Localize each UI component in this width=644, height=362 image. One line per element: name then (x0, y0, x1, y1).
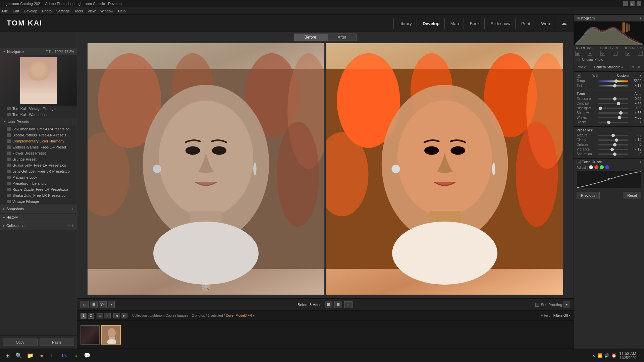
film-thumb-2[interactable] (101, 325, 121, 345)
preset-icelandic[interactable]: Presetpro - Icelandic (0, 180, 77, 186)
menu-settings[interactable]: Settings (56, 9, 70, 13)
menu-window[interactable]: Window (100, 9, 113, 13)
auto-tone-button[interactable]: Auto (634, 92, 641, 96)
saturation-thumb[interactable] (613, 153, 616, 156)
filter-value[interactable]: Filters Off ▾ (553, 314, 570, 317)
grid-view-button[interactable]: ⊞ (97, 313, 103, 318)
dehaze-slider[interactable] (598, 144, 628, 145)
fit-label[interactable]: FIT # (46, 50, 53, 54)
preset-shaka[interactable]: Shaka-Zulu_Free-LR-Presets.co (0, 192, 77, 198)
page-2[interactable]: 2 (88, 313, 94, 319)
menu-photo[interactable]: Photo (42, 9, 52, 13)
dehaze-thumb[interactable] (613, 143, 616, 146)
white-balance-eyedrop[interactable]: ✒ (577, 73, 581, 78)
preset-wanderlust[interactable]: Tom Kai - Wanderlust (0, 112, 77, 118)
chat-icon[interactable]: 💬 (83, 351, 92, 360)
ba-toggle-3[interactable]: ↔ (344, 301, 353, 308)
whites-thumb[interactable] (618, 116, 621, 119)
blacks-thumb[interactable] (607, 121, 610, 124)
navigator-collapse-icon[interactable]: ▼ (3, 50, 6, 53)
soft-proof-checkbox[interactable] (535, 303, 539, 307)
menu-tools[interactable]: Tools (74, 9, 83, 13)
zoom-100[interactable]: 100% (55, 50, 63, 54)
user-presets-header[interactable]: ▼ User Presets + (0, 118, 77, 126)
tone-curve-dropdown-icon[interactable]: ▾ (640, 160, 641, 164)
page-1[interactable]: 1 (80, 313, 87, 319)
tint-slider-thumb[interactable] (613, 84, 616, 87)
network-icon[interactable]: 📶 (597, 353, 602, 358)
preset-flower-dress[interactable]: Flower Dress Preset (0, 150, 77, 156)
profile-list-icon[interactable]: ≡ (637, 65, 641, 69)
menu-develop[interactable]: Develop (24, 9, 37, 13)
window-controls[interactable]: ─ □ ✕ (623, 1, 641, 6)
chrome-icon[interactable]: ● (37, 351, 46, 360)
soft-proof-toggle[interactable]: Soft Proofing (535, 303, 562, 307)
view-mode-dropdown-button[interactable]: ▾ (108, 301, 115, 308)
tone-curve-red-channel[interactable] (594, 165, 598, 169)
spotify-icon[interactable]: ♫ (71, 351, 80, 360)
preset-lets-get-lost[interactable]: Let's-Get-Lost_Free-LR-Presets.co (0, 168, 77, 174)
file-explorer-icon[interactable]: 📁 (25, 351, 35, 360)
highlights-slider[interactable] (598, 108, 628, 109)
reset-button[interactable]: Reset (623, 192, 641, 199)
ba-toggle-2[interactable]: ⊟ (334, 301, 342, 308)
list-view-button[interactable]: ≡ (104, 313, 111, 318)
previous-button[interactable]: Previous (577, 192, 600, 199)
preset-endless[interactable]: Endless-Games_Free-LR-Presets.co (0, 144, 77, 150)
minimize-button[interactable]: ─ (623, 1, 628, 6)
wb-dropdown-icon[interactable]: ▾ (640, 74, 641, 77)
toolbar-overflow-button[interactable]: ▾ (564, 301, 570, 308)
add-collection-button[interactable]: + (71, 223, 74, 228)
tone-curve-white-channel[interactable] (589, 165, 593, 169)
menu-help[interactable]: Help (118, 9, 126, 13)
preset-complementary[interactable]: Complementary Color Harmony (0, 138, 77, 144)
whites-slider[interactable] (598, 117, 628, 118)
tone-curve-green-channel[interactable] (600, 165, 604, 169)
search-icon[interactable]: 🔍 (14, 351, 23, 360)
ba-toggle-1[interactable]: ⊞ (325, 301, 332, 308)
nav-print[interactable]: Print (517, 18, 535, 29)
before-tab[interactable]: Before (294, 34, 327, 41)
prev-photo-button[interactable]: ◀ (113, 313, 120, 318)
collections-header[interactable]: ▶ Collections − + (0, 221, 77, 230)
show-desktop-icon[interactable]: □ (639, 353, 641, 358)
add-preset-button[interactable]: + (71, 119, 73, 124)
exposure-thumb[interactable] (613, 97, 616, 101)
preset-3d[interactable]: 3d-Dimension_Free-LR-Presets.co (0, 126, 77, 132)
preset-rizzle[interactable]: Rizzle-Dizzle_Free-LR-Presets.co (0, 186, 77, 192)
menu-edit[interactable]: Edit (13, 9, 19, 13)
texture-slider[interactable] (598, 135, 628, 136)
cloud-icon[interactable]: ☁ (561, 20, 567, 26)
shadows-thumb[interactable] (619, 111, 623, 115)
shadows-slider[interactable] (598, 112, 628, 114)
original-photo-checkbox[interactable] (577, 58, 580, 61)
view-mode-3-button[interactable]: YY (99, 301, 107, 308)
copy-button[interactable]: Copy (3, 339, 38, 346)
blacks-slider[interactable] (598, 122, 628, 123)
volume-icon[interactable]: 🔊 (604, 353, 609, 358)
contrast-slider[interactable] (598, 103, 628, 104)
nav-slideshow[interactable]: Slideshow (486, 18, 515, 29)
histogram-collapse-icon[interactable]: ▾ (640, 16, 641, 20)
preset-grunge[interactable]: Grunge Preset (0, 156, 77, 162)
tint-slider[interactable] (598, 85, 628, 86)
spot-remove-icon[interactable]: ◎ (600, 51, 605, 56)
nav-map[interactable]: Map (446, 18, 464, 29)
vibrance-slider[interactable] (598, 149, 628, 150)
expand-tray-icon[interactable]: ∧ (592, 353, 595, 358)
history-header[interactable]: ▶ History (0, 214, 77, 221)
profile-grid-icon[interactable]: ⊞ (631, 65, 635, 69)
film-thumb-1[interactable] (80, 325, 100, 345)
vibrance-thumb[interactable] (610, 148, 614, 151)
nav-book[interactable]: Book (465, 18, 485, 29)
preset-blood-brothers[interactable]: Blood-Brothers_Free-LR-Presets.co (0, 132, 77, 138)
saturation-slider[interactable] (598, 154, 628, 155)
highlights-thumb[interactable] (599, 107, 602, 110)
after-tab[interactable]: After (327, 34, 357, 41)
contrast-thumb[interactable] (617, 102, 620, 105)
add-snapshot-button[interactable]: + (71, 206, 74, 212)
preset-vintage-filmage[interactable]: Tom Kai - Vintage Filmage (0, 106, 77, 112)
nav-library[interactable]: Library (393, 18, 417, 29)
clarity-slider[interactable] (598, 139, 628, 141)
menu-view[interactable]: View (88, 9, 96, 13)
